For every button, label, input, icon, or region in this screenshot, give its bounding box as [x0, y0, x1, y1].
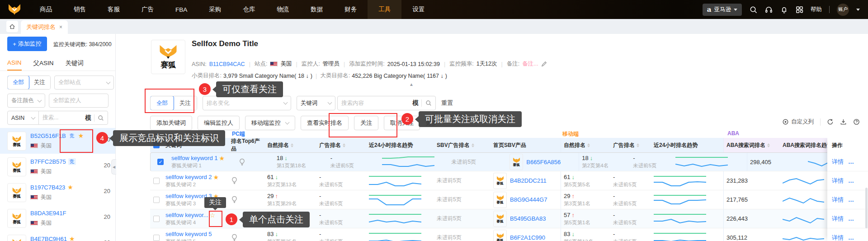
more-actions-icon[interactable]: …	[848, 177, 854, 184]
custom-columns-button[interactable]: 自定义列	[782, 118, 814, 126]
sort-caret-icon[interactable]	[587, 143, 590, 147]
row-checkbox[interactable]: ✓	[157, 159, 164, 165]
nav-item-purchase[interactable]: 采购	[198, 0, 232, 19]
content-search-input[interactable]: 搜索内容 模	[337, 96, 436, 110]
note-value[interactable]: 备注...	[522, 60, 538, 68]
follow-star-icon[interactable]: ★	[219, 155, 225, 161]
more-actions-icon[interactable]: …	[848, 196, 854, 203]
nav-item-service[interactable]: 客服	[97, 0, 131, 19]
detail-link[interactable]: 详情	[832, 158, 844, 166]
sidebar-tab-asin[interactable]: ASIN	[7, 55, 22, 71]
nav-item-fba[interactable]: FBA	[165, 0, 198, 19]
close-icon[interactable]: ×	[59, 24, 62, 30]
sbv-asin-link[interactable]: B5495GBA83	[510, 215, 546, 222]
sidebar-tab-parent-asin[interactable]: 父ASIN	[33, 55, 54, 71]
fuzzy-toggle[interactable]: 模	[83, 114, 94, 122]
chevron-down-icon[interactable]	[856, 9, 860, 11]
asin-link[interactable]: B197C7B423	[30, 184, 65, 191]
sellfox-logo-icon[interactable]	[0, 4, 29, 15]
table-row[interactable]: sellfow keyword 2★赛狐关键词 2 61↓第2页第13名 -未进…	[150, 171, 868, 190]
mobile-monitor-button[interactable]: 移动端监控	[245, 116, 295, 130]
col-mobile-natural[interactable]: 自然排名	[561, 138, 610, 152]
asin-link[interactable]: B8DA3E941F	[30, 210, 66, 217]
col-top6[interactable]: 排名Top6产品	[228, 138, 264, 152]
nav-item-tools[interactable]: 工具	[368, 0, 401, 19]
tab-keyword-ranking[interactable]: 关键词排名 ×	[21, 20, 68, 34]
asin-value[interactable]: B11CB94CAC	[209, 61, 245, 67]
sbv-asin-link[interactable]: B8G9G444G7	[510, 196, 547, 203]
nav-item-sales[interactable]: 销售	[63, 0, 97, 19]
nav-item-warehouse[interactable]: 仓库	[232, 0, 266, 19]
bulb-icon[interactable]	[231, 234, 238, 241]
bulb-icon[interactable]	[231, 177, 238, 184]
edit-monitor-button[interactable]: 编辑监控人	[198, 116, 240, 130]
more-actions-icon[interactable]: …	[848, 234, 854, 241]
row-checkbox[interactable]	[153, 235, 160, 241]
list-item-asin-4[interactable]: 赛狐 B8DA3E941F 美国 20	[0, 205, 116, 231]
reset-button[interactable]: 重置	[441, 99, 453, 107]
col-aba-rank[interactable]: ABA搜索词排名	[723, 138, 780, 152]
follow-star-icon[interactable]: ★	[213, 174, 219, 180]
edit-pencil-icon[interactable]	[541, 61, 547, 67]
nav-item-settings[interactable]: 设置	[401, 0, 435, 19]
site-select[interactable]: 全部站点	[54, 76, 114, 90]
col-sbv-rank[interactable]: SBV广告排名	[434, 138, 491, 152]
sort-caret-icon[interactable]	[637, 143, 639, 147]
list-item-asin-3[interactable]: 赛狐 B197C7B423★ 美国 20	[0, 180, 116, 205]
bulb-icon[interactable]	[231, 196, 238, 203]
collapse-up-icon[interactable]: ▲	[409, 82, 414, 87]
table-row[interactable]: ✓ sellfow keyword 1★赛狐关键词 1 18↓第1页第18名 -…	[150, 152, 868, 171]
sort-caret-icon[interactable]	[767, 143, 770, 147]
col-natural-rank[interactable]: 自然排名	[264, 138, 316, 152]
row-checkbox[interactable]	[153, 216, 160, 222]
nav-item-finance[interactable]: 财务	[334, 0, 368, 19]
sidebar-seg-all[interactable]: 全部	[7, 76, 29, 90]
col-ad-rank[interactable]: 广告排名	[316, 138, 366, 152]
follow-star-icon[interactable]: ★	[69, 236, 75, 241]
help-icon[interactable]	[853, 118, 860, 125]
asin-link[interactable]: B4E7BC9H61	[30, 236, 67, 241]
nav-item-data[interactable]: 数据	[300, 0, 334, 19]
more-actions-icon[interactable]: …	[848, 215, 854, 222]
sidebar-seg-follow[interactable]: 关注	[29, 76, 50, 89]
detail-link[interactable]: 详情	[832, 196, 844, 204]
keyword-link[interactable]: sellfow keyword 1	[171, 155, 218, 162]
detail-link[interactable]: 详情	[832, 234, 844, 241]
bulb-icon[interactable]	[239, 158, 245, 166]
sort-caret-icon[interactable]	[343, 143, 345, 147]
follow-star-icon[interactable]: ★	[67, 184, 73, 190]
table-row[interactable]: sellfow keyword 3★赛狐关键词 3 29↑第1页第29名 -未进…	[150, 190, 868, 209]
headset-icon[interactable]	[764, 5, 773, 14]
row-checkbox[interactable]	[153, 197, 160, 203]
bell-icon[interactable]	[780, 5, 788, 14]
row-checkbox[interactable]	[153, 178, 160, 184]
keyword-link[interactable]: sellfow keyword 2	[165, 174, 212, 181]
search-field-select[interactable]: 关键词	[297, 96, 335, 110]
nav-item-ads[interactable]: 广告	[131, 0, 165, 19]
rank-change-select[interactable]: 排名变化	[203, 96, 291, 110]
asin-link[interactable]: B7FFC2B575	[30, 158, 66, 165]
home-tab[interactable]	[6, 21, 18, 32]
nav-item-logistics[interactable]: 物流	[266, 0, 300, 19]
fuzzy-toggle[interactable]: 模	[410, 99, 422, 107]
keyword-link[interactable]: sellfow keyword 5	[165, 231, 212, 238]
detail-link[interactable]: 详情	[832, 177, 844, 185]
refresh-icon[interactable]	[827, 118, 834, 125]
more-actions-icon[interactable]: …	[848, 158, 854, 165]
sbv-asin-link[interactable]: B6F2A1C990	[510, 234, 545, 241]
col-mobile-ad[interactable]: 广告排名	[610, 138, 651, 152]
note-color-select[interactable]: 备注颜色	[7, 94, 45, 108]
add-keyword-button[interactable]: 添加关键词	[150, 116, 192, 130]
marketplace-switcher[interactable]: a 亚马逊	[703, 4, 742, 16]
sbv-asin-link[interactable]: B4B2DDC211	[510, 177, 547, 184]
monitor-select[interactable]: 全部监控人	[49, 94, 108, 108]
search-icon[interactable]	[98, 115, 104, 121]
nav-item-products[interactable]: 商品	[29, 0, 63, 19]
download-icon[interactable]	[840, 118, 847, 125]
sort-caret-icon[interactable]	[472, 143, 474, 147]
sidebar-collapse-handle[interactable]: ◀	[111, 159, 116, 175]
search-type-select[interactable]: ASIN	[7, 111, 39, 125]
sidebar-tab-keyword[interactable]: 关键词	[66, 55, 84, 71]
vertical-scrollbar[interactable]	[865, 188, 868, 228]
sbv-asin-link[interactable]: B665F6A856	[526, 159, 561, 165]
